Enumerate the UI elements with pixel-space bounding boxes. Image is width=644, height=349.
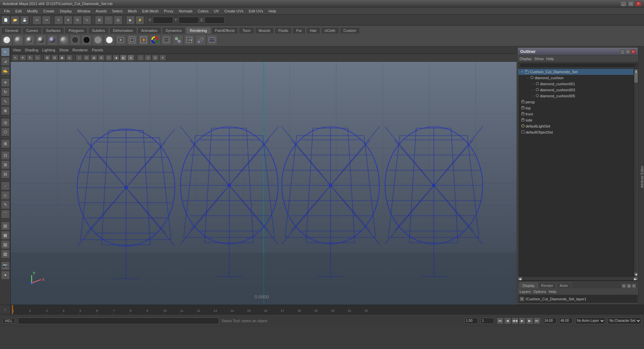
toolbar-move[interactable]: ✛ xyxy=(64,16,72,24)
outliner-item-dos[interactable]: defaultObjectSet xyxy=(518,129,634,135)
shelf-icon-render-camera[interactable] xyxy=(115,35,126,45)
status-frame-end2[interactable] xyxy=(559,318,573,324)
toolbar-snap-curve[interactable]: ⌒ xyxy=(104,16,113,24)
shelf-tab-fluids[interactable]: Fluids xyxy=(275,27,292,34)
close-button[interactable]: ✕ xyxy=(635,1,641,6)
menu-file[interactable]: File xyxy=(1,8,13,14)
vp-tb-light2[interactable]: ● xyxy=(127,55,134,61)
shelf-tab-fur[interactable]: Fur xyxy=(292,27,306,34)
tool-curve-cv[interactable]: ◦ xyxy=(1,182,10,190)
vp-tb-display3[interactable]: ⊟ xyxy=(98,55,105,61)
tool-snap-3[interactable]: ⊟ xyxy=(1,170,10,179)
toolbar-undo[interactable]: ↩ xyxy=(33,16,41,24)
outliner-minimize[interactable]: _ xyxy=(620,49,625,54)
status-character-set-select[interactable]: No Character Set xyxy=(608,317,641,324)
status-mel-btn[interactable]: MEL xyxy=(3,318,15,323)
toolbar-scale[interactable]: ⤡ xyxy=(83,16,91,24)
outliner-scroll-up[interactable]: ▲ xyxy=(634,69,638,72)
tool-coord[interactable]: ✦ xyxy=(1,271,10,280)
menu-display[interactable]: Display xyxy=(57,8,74,14)
tool-layers4[interactable]: ▨ xyxy=(1,250,10,258)
toolbar-save[interactable]: 💾 xyxy=(20,16,29,24)
vp-tb-frame-sel[interactable]: ⊡ xyxy=(152,55,159,61)
shelf-tab-curves[interactable]: Curves xyxy=(22,27,42,34)
menu-normals[interactable]: Normals xyxy=(176,8,195,14)
shelf-icon-uv-editor[interactable]: UV xyxy=(184,35,195,45)
toolbar-new[interactable]: 📄 xyxy=(1,16,10,24)
panel-icon2[interactable]: ▤ xyxy=(627,284,631,288)
attribute-editor-tab[interactable]: Attribute Editor xyxy=(638,46,644,305)
toolbar-snap-point[interactable]: ◎ xyxy=(114,16,122,24)
tool-camera[interactable]: 📷 xyxy=(1,261,10,270)
shelf-tab-polygons[interactable]: Polygons xyxy=(65,27,87,34)
outliner-menu-display[interactable]: Display xyxy=(520,57,532,61)
shelf-icon-anisotropic[interactable] xyxy=(47,35,58,45)
shelf-tab-painteffects[interactable]: PaintEffects xyxy=(211,27,238,34)
pb-play-fwd[interactable]: ▶ xyxy=(519,317,526,324)
vp-tb-select[interactable]: ↖ xyxy=(12,55,19,61)
toolbar-y-input[interactable] xyxy=(179,17,199,23)
vp-tb-snap3[interactable]: ◉ xyxy=(59,55,65,61)
vp-tb-shading1[interactable]: ⬡ xyxy=(105,55,112,61)
outliner-item-dls[interactable]: defaultLightSet xyxy=(518,123,634,129)
outliner-scrollbar[interactable]: ▲ ▼ xyxy=(634,69,638,276)
vp-tb-display1[interactable]: ⊡ xyxy=(83,55,90,61)
tab-anim[interactable]: Anim xyxy=(556,283,571,288)
menu-colors[interactable]: Colors xyxy=(195,8,211,14)
toolbar-redo[interactable]: ↪ xyxy=(42,16,51,24)
tool-arc[interactable]: ⌒ xyxy=(1,210,10,218)
shelf-icon-render-region[interactable] xyxy=(127,35,138,45)
outliner-hscroll-right[interactable]: ▶ xyxy=(634,277,638,280)
tool-soft-mod[interactable]: ◎ xyxy=(1,118,10,127)
menu-edit-uvs[interactable]: Edit UVs xyxy=(246,8,266,14)
panel-icon3[interactable]: ⊕ xyxy=(632,284,636,288)
outliner-search-input[interactable] xyxy=(520,63,636,68)
tool-layers3[interactable]: ▧ xyxy=(1,240,10,249)
vp-tb-isolate[interactable]: → xyxy=(137,55,144,61)
shelf-icon-ambient[interactable] xyxy=(1,35,12,45)
shelf-icon-color[interactable] xyxy=(150,35,160,45)
shelf-icon-blinn[interactable] xyxy=(36,35,46,45)
maximize-button[interactable]: □ xyxy=(628,1,634,6)
tool-move[interactable]: ✛ xyxy=(1,78,10,87)
tool-snap-2[interactable]: ⊞ xyxy=(1,160,10,169)
shelf-tab-hair[interactable]: Hair xyxy=(306,27,320,34)
status-command-input[interactable] xyxy=(18,317,219,324)
pb-prev-frame[interactable]: ◀ xyxy=(504,317,511,324)
outliner-item-root[interactable]: ▼ Cushion_Cut_Diamonds_Set xyxy=(518,69,634,75)
shelf-icon-white[interactable] xyxy=(104,35,115,45)
shelf-tab-subdivs[interactable]: Subdivs xyxy=(88,27,109,34)
shelf-icon-hypershade[interactable] xyxy=(172,35,183,45)
shelf-icon-ipr[interactable] xyxy=(138,35,149,45)
toolbar-snap-grid[interactable]: ⊞ xyxy=(95,16,104,24)
outliner-item-top[interactable]: top xyxy=(518,105,634,111)
vp-tb-move[interactable]: ✛ xyxy=(19,55,26,61)
vp-tb-shading2[interactable]: ◑ xyxy=(113,55,119,61)
pb-next-frame[interactable]: ▶ xyxy=(526,317,533,324)
outliner-scroll-thumb[interactable] xyxy=(634,72,638,83)
status-anim-layer-select[interactable]: No Anim Layer xyxy=(575,317,605,324)
tool-rotate[interactable]: ↻ xyxy=(1,88,10,96)
tool-layers2[interactable]: ▦ xyxy=(1,231,10,240)
menu-help[interactable]: Help xyxy=(266,8,279,14)
outliner-item-front[interactable]: front xyxy=(518,111,634,117)
vp-tb-snap4[interactable]: ◎ xyxy=(66,55,73,61)
toolbar-open[interactable]: 📂 xyxy=(11,16,19,24)
viewport-menu-renderer[interactable]: Renderer xyxy=(72,48,88,52)
vp-tb-rotate[interactable]: ↻ xyxy=(27,55,34,61)
toolbar-select[interactable]: ↖ xyxy=(54,16,63,24)
tool-lasso[interactable]: ⊿ xyxy=(1,57,10,66)
shelf-icon-phong[interactable] xyxy=(24,35,35,45)
vp-tb-scale[interactable]: ⤡ xyxy=(34,55,41,61)
viewport-area[interactable]: View Shading Lighting Show Renderer Pane… xyxy=(11,46,517,305)
viewport-menu-shading[interactable]: Shading xyxy=(25,48,38,52)
menu-window[interactable]: Window xyxy=(74,8,93,14)
outliner-item-c2[interactable]: — diamond_cushion001 xyxy=(518,81,634,87)
toolbar-render[interactable]: ▶ xyxy=(126,16,135,24)
attr-editor-label[interactable]: Attribute Editor xyxy=(640,166,644,188)
tool-paint-select[interactable]: ✍ xyxy=(1,66,10,75)
toolbar-z-input[interactable] xyxy=(205,17,225,23)
viewport-menu-panels[interactable]: Panels xyxy=(92,48,103,52)
vp-tb-display2[interactable]: ▤ xyxy=(91,55,97,61)
shelf-tab-dynamics[interactable]: Dynamics xyxy=(162,27,185,34)
